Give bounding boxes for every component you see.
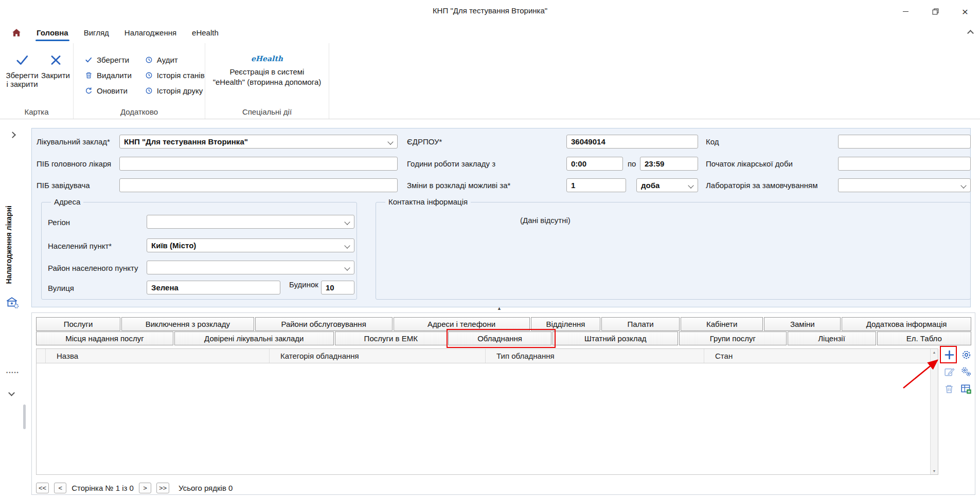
ribbon-collapse-icon[interactable] (967, 30, 974, 36)
titlebar: КНП "Для тестування Вторинка" × (0, 0, 980, 23)
detail-tabs-row2: Місця надання послуг Довірені лікувальні… (36, 331, 971, 345)
panel-collapse-icon[interactable]: ▲ (497, 306, 502, 311)
day-start-field[interactable] (838, 157, 971, 171)
tab-el-tablo[interactable]: Ел. Табло (877, 331, 971, 345)
manager-label: ПІБ завідувача (37, 181, 90, 190)
tab-vykliuchennia[interactable]: Виключення з розкладу (121, 317, 254, 331)
address-group-title: Адреса (51, 197, 83, 206)
tab-dodatkova[interactable]: Додаткова інформація (842, 317, 971, 331)
rail-collapse-icon[interactable] (8, 390, 15, 396)
tab-posluhy-emk[interactable]: Послуги в ЕМК (335, 331, 447, 345)
group-label-card: Картка (0, 107, 73, 116)
restore-icon (932, 8, 939, 15)
tab-posluhy[interactable]: Послуги (36, 317, 120, 331)
street-field[interactable] (147, 281, 280, 294)
close-button[interactable]: × (950, 0, 980, 23)
scroll-down-icon[interactable]: ▼ (931, 469, 938, 473)
code-field[interactable] (838, 135, 971, 149)
edit-pencil-icon (944, 366, 955, 377)
advanced-settings-button[interactable] (960, 365, 972, 378)
print-history-label: Історія друку (157, 86, 203, 95)
refresh-label: Оновити (97, 86, 128, 95)
tab-viddilennia[interactable]: Відділення (531, 317, 601, 331)
schedule-unit-combobox[interactable]: доба (636, 178, 698, 192)
work-to-field[interactable] (640, 157, 698, 171)
facility-combobox[interactable]: КНП "Для тестування Вторинка" (119, 135, 398, 149)
lab-combobox[interactable] (838, 178, 971, 192)
tab-shtatnyi[interactable]: Штатний розклад (553, 331, 678, 345)
application-window: КНП "Для тестування Вторинка" × Головна … (0, 0, 980, 498)
facility-label: Лікувальний заклад* (37, 137, 110, 146)
column-header-stan[interactable]: Стан (704, 349, 930, 363)
grid-header: Назва Категорія обладнання Тип обладнанн… (37, 349, 930, 363)
tab-hrupy[interactable]: Групи послуг (679, 331, 786, 345)
tab-palaty[interactable]: Палати (601, 317, 680, 331)
save-label: Зберегти (97, 56, 129, 64)
tab-litsenzii[interactable]: Ліцензії (788, 331, 876, 345)
main-area: Налагодження лікарні ••••• Лікувальний з… (0, 119, 980, 498)
head-doctor-field[interactable] (119, 157, 398, 171)
export-button[interactable] (960, 383, 972, 395)
building-field[interactable] (321, 281, 354, 294)
ribbon-tab-ehealth[interactable]: eHealth (184, 25, 226, 42)
city-combobox[interactable]: Київ (Місто) (147, 238, 354, 252)
check-icon (85, 56, 93, 64)
side-rail: Налагодження лікарні ••••• (0, 119, 31, 498)
ribbon-group-special: eHealth Реєстрація в системі "eHealth" (… (205, 43, 329, 119)
tab-obladnannia[interactable]: Обладнання (448, 331, 552, 345)
contact-groupbox: Контактна інформація (Дані відсутні) (376, 202, 971, 300)
street-label: Вулиця (48, 284, 74, 292)
state-history-button[interactable]: Історія станів (145, 71, 205, 80)
grid-scrollbar[interactable]: ▲ ▼ (930, 349, 938, 474)
delete-button[interactable]: Видалити (85, 71, 132, 80)
register-label-line1: Реєстрація в системі (213, 67, 322, 77)
district-combobox[interactable] (147, 261, 354, 274)
work-from-field[interactable] (566, 157, 623, 171)
close-card-button[interactable]: Закрити (40, 50, 71, 89)
ribbon-tab-nalahodzhennia[interactable]: Налагодження (117, 25, 184, 42)
column-header-katehoriia[interactable]: Категорія обладнання (270, 349, 486, 363)
rail-expand-icon[interactable] (9, 132, 16, 138)
pagination-bar: << < Сторінка № 1 із 0 > >> Усього рядкі… (36, 483, 233, 493)
rail-scrollbar[interactable] (23, 404, 26, 429)
save-and-close-button[interactable]: Зберегти і закрити (6, 50, 38, 89)
last-page-button[interactable]: >> (156, 483, 169, 493)
column-header-nazva[interactable]: Назва (46, 349, 270, 363)
manager-field[interactable] (119, 178, 398, 192)
tab-mistsia[interactable]: Місця надання послуг (36, 331, 173, 345)
double-gear-icon (960, 366, 972, 377)
tab-zaminy[interactable]: Заміни (764, 317, 841, 331)
tab-raiony[interactable]: Райони обслуговування (255, 317, 393, 331)
refresh-button[interactable]: Оновити (85, 86, 132, 95)
save-and-close-label: Зберегти і закрити (6, 71, 38, 89)
edrpou-field[interactable] (566, 135, 698, 149)
next-page-button[interactable]: > (139, 483, 151, 493)
audit-button[interactable]: Аудит (145, 56, 205, 64)
delete-row-button[interactable] (943, 383, 955, 395)
print-history-button[interactable]: Історія друку (145, 86, 205, 95)
tab-kabinety[interactable]: Кабінети (681, 317, 763, 331)
restore-button[interactable] (920, 0, 950, 23)
save-button[interactable]: Зберегти (85, 56, 132, 64)
hospital-settings-icon[interactable] (5, 296, 19, 309)
home-button[interactable] (7, 25, 26, 41)
first-page-button[interactable]: << (36, 483, 49, 493)
trash-icon (944, 384, 954, 394)
column-header-typ[interactable]: Тип обладнання (486, 349, 704, 363)
refresh-icon (85, 87, 93, 95)
ribbon-tab-holovna[interactable]: Головна (29, 25, 76, 42)
schedule-value-field[interactable] (566, 178, 626, 192)
tab-dovireni[interactable]: Довірені лікувальні заклади (174, 331, 334, 345)
rail-panel-tab[interactable]: Налагодження лікарні (5, 206, 13, 284)
grid-settings-button[interactable] (960, 348, 972, 361)
region-combobox[interactable] (147, 215, 354, 229)
ehealth-register-button[interactable]: eHealth Реєстрація в системі "eHealth" (… (205, 43, 329, 88)
add-row-button[interactable] (943, 348, 955, 361)
edit-row-button[interactable] (943, 365, 955, 378)
minimize-button[interactable] (890, 0, 920, 23)
prev-page-button[interactable]: < (54, 483, 66, 493)
scroll-up-icon[interactable]: ▲ (931, 351, 938, 354)
grip-dots-icon[interactable]: ••••• (6, 370, 20, 375)
tab-adresy[interactable]: Адреси і телефони (394, 317, 530, 331)
ribbon-tab-vyhliad[interactable]: Вигляд (76, 25, 117, 42)
